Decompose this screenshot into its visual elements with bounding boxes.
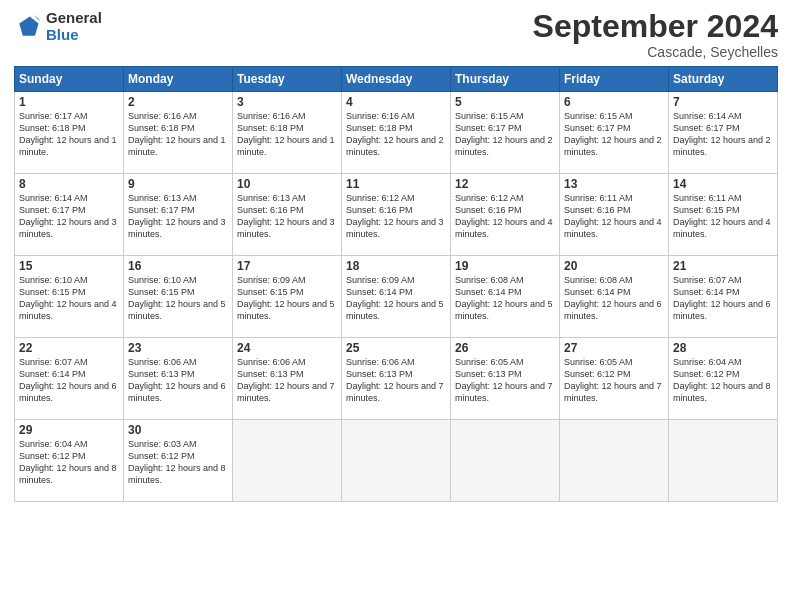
- day-info: Sunrise: 6:04 AM Sunset: 6:12 PM Dayligh…: [673, 356, 773, 405]
- day-number: 10: [237, 177, 337, 191]
- table-row: 6 Sunrise: 6:15 AM Sunset: 6:17 PM Dayli…: [560, 92, 669, 174]
- day-number: 25: [346, 341, 446, 355]
- day-info: Sunrise: 6:16 AM Sunset: 6:18 PM Dayligh…: [128, 110, 228, 159]
- month-title: September 2024: [533, 10, 778, 42]
- day-info: Sunrise: 6:08 AM Sunset: 6:14 PM Dayligh…: [455, 274, 555, 323]
- day-number: 4: [346, 95, 446, 109]
- day-info: Sunrise: 6:14 AM Sunset: 6:17 PM Dayligh…: [19, 192, 119, 241]
- logo-text: General Blue: [46, 10, 102, 43]
- day-number: 28: [673, 341, 773, 355]
- day-number: 23: [128, 341, 228, 355]
- svg-marker-0: [19, 16, 38, 35]
- day-number: 29: [19, 423, 119, 437]
- table-row: 5 Sunrise: 6:15 AM Sunset: 6:17 PM Dayli…: [451, 92, 560, 174]
- day-number: 14: [673, 177, 773, 191]
- day-number: 16: [128, 259, 228, 273]
- day-number: 26: [455, 341, 555, 355]
- calendar-table: Sunday Monday Tuesday Wednesday Thursday…: [14, 66, 778, 502]
- day-info: Sunrise: 6:16 AM Sunset: 6:18 PM Dayligh…: [237, 110, 337, 159]
- day-info: Sunrise: 6:03 AM Sunset: 6:12 PM Dayligh…: [128, 438, 228, 487]
- day-number: 24: [237, 341, 337, 355]
- day-number: 18: [346, 259, 446, 273]
- table-row: 22 Sunrise: 6:07 AM Sunset: 6:14 PM Dayl…: [15, 338, 124, 420]
- col-tuesday: Tuesday: [233, 67, 342, 92]
- day-number: 30: [128, 423, 228, 437]
- logo-general-text: General: [46, 10, 102, 27]
- col-wednesday: Wednesday: [342, 67, 451, 92]
- day-number: 22: [19, 341, 119, 355]
- table-row: 4 Sunrise: 6:16 AM Sunset: 6:18 PM Dayli…: [342, 92, 451, 174]
- day-info: Sunrise: 6:13 AM Sunset: 6:17 PM Dayligh…: [128, 192, 228, 241]
- day-info: Sunrise: 6:06 AM Sunset: 6:13 PM Dayligh…: [346, 356, 446, 405]
- table-row: 24 Sunrise: 6:06 AM Sunset: 6:13 PM Dayl…: [233, 338, 342, 420]
- calendar-row: 15 Sunrise: 6:10 AM Sunset: 6:15 PM Dayl…: [15, 256, 778, 338]
- table-row: 29 Sunrise: 6:04 AM Sunset: 6:12 PM Dayl…: [15, 420, 124, 502]
- header: General Blue September 2024 Cascade, Sey…: [14, 10, 778, 60]
- table-row: 27 Sunrise: 6:05 AM Sunset: 6:12 PM Dayl…: [560, 338, 669, 420]
- day-info: Sunrise: 6:05 AM Sunset: 6:12 PM Dayligh…: [564, 356, 664, 405]
- day-number: 5: [455, 95, 555, 109]
- table-row: 21 Sunrise: 6:07 AM Sunset: 6:14 PM Dayl…: [669, 256, 778, 338]
- day-number: 19: [455, 259, 555, 273]
- day-number: 21: [673, 259, 773, 273]
- col-monday: Monday: [124, 67, 233, 92]
- table-row: 8 Sunrise: 6:14 AM Sunset: 6:17 PM Dayli…: [15, 174, 124, 256]
- day-info: Sunrise: 6:10 AM Sunset: 6:15 PM Dayligh…: [128, 274, 228, 323]
- day-info: Sunrise: 6:11 AM Sunset: 6:15 PM Dayligh…: [673, 192, 773, 241]
- table-row: 3 Sunrise: 6:16 AM Sunset: 6:18 PM Dayli…: [233, 92, 342, 174]
- table-row: [233, 420, 342, 502]
- day-number: 2: [128, 95, 228, 109]
- table-row: 14 Sunrise: 6:11 AM Sunset: 6:15 PM Dayl…: [669, 174, 778, 256]
- table-row: [451, 420, 560, 502]
- day-number: 15: [19, 259, 119, 273]
- table-row: 2 Sunrise: 6:16 AM Sunset: 6:18 PM Dayli…: [124, 92, 233, 174]
- day-number: 20: [564, 259, 664, 273]
- table-row: 15 Sunrise: 6:10 AM Sunset: 6:15 PM Dayl…: [15, 256, 124, 338]
- table-row: 30 Sunrise: 6:03 AM Sunset: 6:12 PM Dayl…: [124, 420, 233, 502]
- day-info: Sunrise: 6:16 AM Sunset: 6:18 PM Dayligh…: [346, 110, 446, 159]
- day-number: 8: [19, 177, 119, 191]
- day-info: Sunrise: 6:09 AM Sunset: 6:14 PM Dayligh…: [346, 274, 446, 323]
- logo-blue-text: Blue: [46, 27, 102, 44]
- table-row: 28 Sunrise: 6:04 AM Sunset: 6:12 PM Dayl…: [669, 338, 778, 420]
- day-info: Sunrise: 6:06 AM Sunset: 6:13 PM Dayligh…: [128, 356, 228, 405]
- day-number: 6: [564, 95, 664, 109]
- table-row: 18 Sunrise: 6:09 AM Sunset: 6:14 PM Dayl…: [342, 256, 451, 338]
- day-number: 7: [673, 95, 773, 109]
- table-row: [342, 420, 451, 502]
- day-info: Sunrise: 6:05 AM Sunset: 6:13 PM Dayligh…: [455, 356, 555, 405]
- day-info: Sunrise: 6:13 AM Sunset: 6:16 PM Dayligh…: [237, 192, 337, 241]
- day-info: Sunrise: 6:15 AM Sunset: 6:17 PM Dayligh…: [564, 110, 664, 159]
- table-row: 12 Sunrise: 6:12 AM Sunset: 6:16 PM Dayl…: [451, 174, 560, 256]
- table-row: 13 Sunrise: 6:11 AM Sunset: 6:16 PM Dayl…: [560, 174, 669, 256]
- location-subtitle: Cascade, Seychelles: [533, 44, 778, 60]
- table-row: 16 Sunrise: 6:10 AM Sunset: 6:15 PM Dayl…: [124, 256, 233, 338]
- day-info: Sunrise: 6:11 AM Sunset: 6:16 PM Dayligh…: [564, 192, 664, 241]
- table-row: 17 Sunrise: 6:09 AM Sunset: 6:15 PM Dayl…: [233, 256, 342, 338]
- col-friday: Friday: [560, 67, 669, 92]
- day-info: Sunrise: 6:08 AM Sunset: 6:14 PM Dayligh…: [564, 274, 664, 323]
- day-number: 27: [564, 341, 664, 355]
- title-block: September 2024 Cascade, Seychelles: [533, 10, 778, 60]
- day-number: 9: [128, 177, 228, 191]
- table-row: 11 Sunrise: 6:12 AM Sunset: 6:16 PM Dayl…: [342, 174, 451, 256]
- day-number: 3: [237, 95, 337, 109]
- col-saturday: Saturday: [669, 67, 778, 92]
- calendar-row: 22 Sunrise: 6:07 AM Sunset: 6:14 PM Dayl…: [15, 338, 778, 420]
- day-info: Sunrise: 6:10 AM Sunset: 6:15 PM Dayligh…: [19, 274, 119, 323]
- table-row: 23 Sunrise: 6:06 AM Sunset: 6:13 PM Dayl…: [124, 338, 233, 420]
- day-number: 12: [455, 177, 555, 191]
- calendar-row: 29 Sunrise: 6:04 AM Sunset: 6:12 PM Dayl…: [15, 420, 778, 502]
- day-info: Sunrise: 6:12 AM Sunset: 6:16 PM Dayligh…: [346, 192, 446, 241]
- day-number: 1: [19, 95, 119, 109]
- table-row: 9 Sunrise: 6:13 AM Sunset: 6:17 PM Dayli…: [124, 174, 233, 256]
- day-info: Sunrise: 6:17 AM Sunset: 6:18 PM Dayligh…: [19, 110, 119, 159]
- day-info: Sunrise: 6:04 AM Sunset: 6:12 PM Dayligh…: [19, 438, 119, 487]
- calendar-row: 1 Sunrise: 6:17 AM Sunset: 6:18 PM Dayli…: [15, 92, 778, 174]
- table-row: [669, 420, 778, 502]
- day-number: 13: [564, 177, 664, 191]
- page: General Blue September 2024 Cascade, Sey…: [0, 0, 792, 612]
- header-row: Sunday Monday Tuesday Wednesday Thursday…: [15, 67, 778, 92]
- day-info: Sunrise: 6:07 AM Sunset: 6:14 PM Dayligh…: [673, 274, 773, 323]
- table-row: 20 Sunrise: 6:08 AM Sunset: 6:14 PM Dayl…: [560, 256, 669, 338]
